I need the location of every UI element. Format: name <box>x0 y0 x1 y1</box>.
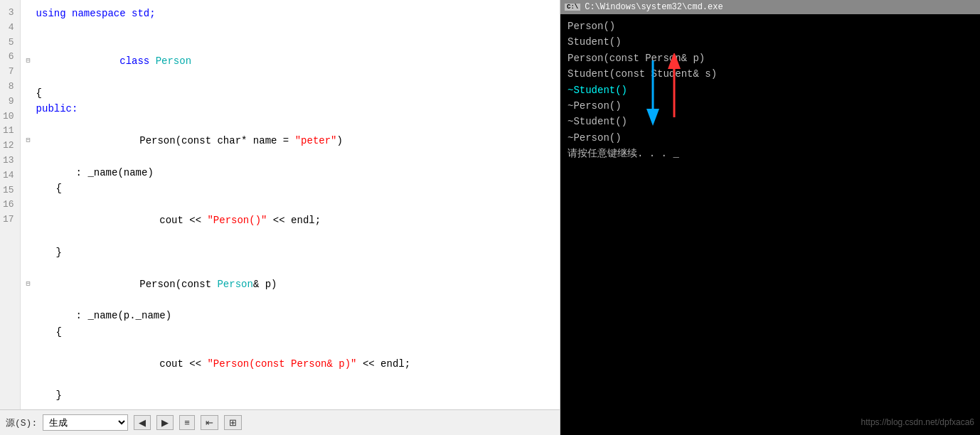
toolbar-btn-grid[interactable]: ⊞ <box>224 415 242 430</box>
code-line: : _name(name) <box>26 165 560 181</box>
keyword-class: class <box>119 55 155 67</box>
code-editor-panel: 3 4 5 6 7 8 9 10 11 12 13 14 15 16 17 <box>0 0 560 435</box>
toolbar-btn-forward[interactable]: ▶ <box>156 415 174 430</box>
fold-icon <box>26 167 36 178</box>
code-line: : _name(p._name) <box>26 308 560 323</box>
code-line <box>26 21 560 37</box>
code-text: Person(const Person& p) <box>36 260 560 308</box>
code-text: : _name(p._name) <box>36 308 560 323</box>
fold-icon <box>26 311 36 322</box>
fold-icon <box>26 247 36 258</box>
toolbar-btn-indent[interactable]: ⇤ <box>201 415 218 430</box>
code-line: { <box>26 324 560 340</box>
line-numbers: 3 4 5 6 7 8 9 10 11 12 13 14 15 16 17 <box>0 0 21 409</box>
cmd-output-line: ~Student() <box>568 114 973 129</box>
main-area: 3 4 5 6 7 8 9 10 11 12 13 14 15 16 17 <box>0 0 980 435</box>
fold-icon <box>26 215 36 226</box>
watermark: https://blog.csdn.net/dpfxaca6 <box>861 416 974 429</box>
code-text: { <box>36 181 560 196</box>
cmd-output-line: Person() <box>568 18 973 34</box>
cmd-output-line-cyan: ~Student() <box>568 82 973 98</box>
toolbar-btn-back[interactable]: ◀ <box>134 415 151 430</box>
toolbar-btn-list[interactable]: ≡ <box>179 415 195 430</box>
code-line: public: <box>26 101 560 117</box>
code-line: cout << "Person()" << endl; <box>26 197 560 245</box>
code-text: cout << "Person(const Person& p)" << end… <box>36 340 560 387</box>
code-line: cout << "Person(const Person& p)" << end… <box>26 340 560 387</box>
fold-icon <box>26 358 36 370</box>
fold-collapse-icon[interactable]: ⊟ <box>26 135 36 146</box>
cmd-output-line: Student() <box>568 34 973 50</box>
code-line: ⊟ Person(const char* name = "peter") <box>26 117 560 165</box>
code-editor: 3 4 5 6 7 8 9 10 11 12 13 14 15 16 17 <box>0 0 560 435</box>
code-line: { <box>26 85 560 101</box>
fold-icon <box>26 24 36 36</box>
code-text: cout << "Person()" << endl; <box>36 197 560 245</box>
cmd-output-line: ~Person() <box>568 98 973 114</box>
code-line: { <box>26 181 560 196</box>
fold-icon <box>26 104 36 115</box>
code-line: } <box>26 245 560 260</box>
cmd-output-line: Person(const Person& p) <box>568 50 973 66</box>
code-lines: using namespace std; ⊟ class Person <box>21 0 560 409</box>
code-text: Person(const char* name = "peter") <box>36 117 560 165</box>
code-text <box>36 21 560 37</box>
code-line: using namespace std; <box>26 6 560 21</box>
fold-icon <box>26 390 36 402</box>
code-content: 3 4 5 6 7 8 9 10 11 12 13 14 15 16 17 <box>0 0 560 409</box>
code-line: } <box>26 387 560 403</box>
code-text: class Person <box>36 38 560 85</box>
code-text: } <box>36 387 560 403</box>
fold-icon <box>26 87 36 99</box>
cmd-output-line: ~Person() <box>568 130 973 146</box>
cmd-title-text: C:\Windows\system32\cmd.exe <box>585 2 723 12</box>
fold-icon <box>26 8 36 19</box>
class-name: Person <box>156 55 191 67</box>
code-text: public: <box>36 101 560 117</box>
cmd-title-icon: C:\ <box>565 4 580 11</box>
code-text: : _name(name) <box>36 165 560 181</box>
fold-icon <box>26 326 36 338</box>
build-select[interactable]: 生成 <box>43 414 128 431</box>
fold-icon <box>26 183 36 194</box>
fold-collapse-icon[interactable]: ⊟ <box>26 55 36 67</box>
code-text: { <box>36 324 560 340</box>
toolbar-label: 源(S): <box>6 417 37 429</box>
cmd-output-line: 请按任意键继续. . . _ <box>568 146 973 161</box>
cmd-titlebar: C:\ C:\Windows\system32\cmd.exe <box>560 0 980 14</box>
fold-collapse-icon[interactable]: ⊟ <box>26 279 36 290</box>
bottom-toolbar: 源(S): 生成 ◀ ▶ ≡ ⇤ ⊞ <box>0 409 560 435</box>
cmd-content: Person() Student() Person(const Person& … <box>560 14 980 435</box>
code-line: ⊟ Person(const Person& p) <box>26 260 560 308</box>
code-text: using namespace std; <box>36 6 560 21</box>
code-text: { <box>36 85 560 101</box>
cmd-panel: C:\ C:\Windows\system32\cmd.exe Person()… <box>560 0 980 435</box>
cmd-output-line: Student(const Student& s) <box>568 66 973 82</box>
code-line: ⊟ class Person <box>26 38 560 85</box>
code-text: } <box>36 245 560 260</box>
